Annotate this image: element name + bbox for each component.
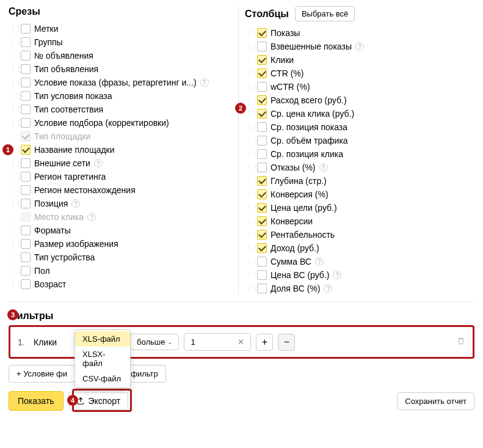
- drag-handle-icon[interactable]: ⋮⋮: [246, 218, 253, 226]
- clear-icon[interactable]: ✕: [236, 337, 245, 347]
- drag-handle-icon[interactable]: ⋮⋮: [246, 164, 253, 172]
- checkbox[interactable]: [21, 51, 31, 61]
- drag-handle-icon[interactable]: ⋮⋮: [246, 191, 253, 199]
- checkbox[interactable]: [257, 149, 267, 159]
- drag-handle-icon[interactable]: ⋮⋮: [246, 258, 253, 266]
- help-icon[interactable]: ?: [87, 213, 96, 221]
- filter-operator-select[interactable]: больше ⌄: [130, 334, 179, 350]
- help-icon[interactable]: ?: [355, 42, 364, 51]
- drag-handle-icon[interactable]: ⋮⋮: [246, 70, 253, 78]
- checkbox[interactable]: [21, 91, 31, 101]
- checkbox[interactable]: [21, 145, 31, 155]
- drag-handle-icon[interactable]: ⋮⋮: [246, 29, 253, 37]
- checkbox[interactable]: [257, 203, 267, 213]
- columns-title: Столбцы: [245, 9, 289, 20]
- drag-handle-icon[interactable]: ⋮⋮: [10, 39, 17, 46]
- checkbox[interactable]: [257, 243, 267, 253]
- drag-handle-icon[interactable]: ⋮⋮: [10, 186, 17, 194]
- checkbox[interactable]: [21, 172, 31, 182]
- checkbox[interactable]: [21, 266, 31, 276]
- drag-handle-icon[interactable]: ⋮⋮: [246, 231, 253, 239]
- checkbox[interactable]: [257, 176, 267, 186]
- filter-delete-button[interactable]: [457, 337, 465, 347]
- help-icon[interactable]: ?: [71, 199, 80, 208]
- checkbox[interactable]: [21, 64, 31, 74]
- checkbox[interactable]: [257, 109, 267, 119]
- drag-handle-icon[interactable]: ⋮⋮: [246, 177, 253, 185]
- save-report-button[interactable]: Сохранить отчет: [397, 392, 474, 410]
- checkbox[interactable]: [21, 37, 31, 47]
- checkbox[interactable]: [257, 230, 267, 240]
- checkbox[interactable]: [21, 226, 31, 235]
- drag-handle-icon[interactable]: ⋮⋮: [246, 204, 253, 212]
- checkbox[interactable]: [257, 42, 267, 51]
- export-menu-item[interactable]: CSV-файл: [75, 371, 130, 386]
- checkbox[interactable]: [21, 24, 31, 34]
- filter-remove-button[interactable]: −: [278, 334, 295, 351]
- add-filter-condition-button[interactable]: + Условие фи: [9, 365, 75, 383]
- checkbox[interactable]: [257, 95, 267, 105]
- checkbox[interactable]: [257, 68, 267, 78]
- drag-handle-icon[interactable]: ⋮⋮: [10, 160, 17, 167]
- export-menu-item[interactable]: XLS-файл: [75, 331, 130, 347]
- filter-add-button[interactable]: +: [256, 334, 273, 351]
- checkbox[interactable]: [21, 78, 31, 87]
- drag-handle-icon[interactable]: ⋮⋮: [10, 254, 17, 262]
- drag-handle-icon[interactable]: ⋮⋮: [10, 227, 17, 235]
- checkbox[interactable]: [21, 279, 31, 289]
- drag-handle-icon[interactable]: ⋮⋮: [10, 119, 17, 127]
- checkbox[interactable]: [21, 118, 31, 128]
- drag-handle-icon[interactable]: ⋮⋮: [10, 173, 17, 181]
- checkbox[interactable]: [21, 105, 31, 114]
- checkbox[interactable]: [257, 163, 267, 172]
- help-icon[interactable]: ?: [333, 271, 341, 279]
- drag-handle-icon[interactable]: ⋮⋮: [10, 267, 17, 275]
- drag-handle-icon[interactable]: ⋮⋮: [10, 240, 17, 248]
- checkbox[interactable]: [21, 185, 31, 195]
- drag-handle-icon[interactable]: ⋮⋮: [10, 281, 17, 288]
- drag-handle-icon[interactable]: ⋮⋮: [246, 110, 253, 118]
- drag-handle-icon[interactable]: ⋮⋮: [10, 25, 17, 33]
- checkbox[interactable]: [257, 55, 267, 65]
- checkbox[interactable]: [257, 122, 267, 132]
- drag-handle-icon[interactable]: ⋮⋮: [246, 43, 253, 51]
- drag-handle-icon[interactable]: ⋮⋮: [10, 79, 17, 87]
- checkbox[interactable]: [257, 136, 267, 145]
- drag-handle-icon[interactable]: ⋮⋮: [246, 97, 253, 105]
- select-all-button[interactable]: Выбрать всё: [295, 6, 355, 21]
- help-icon[interactable]: ?: [319, 163, 328, 172]
- drag-handle-icon[interactable]: ⋮⋮: [10, 213, 17, 221]
- drag-handle-icon[interactable]: ⋮⋮: [10, 200, 17, 208]
- checkbox[interactable]: [21, 199, 31, 208]
- export-menu-item[interactable]: XLSX-файл: [75, 347, 130, 371]
- checkbox[interactable]: [257, 270, 267, 280]
- checkbox[interactable]: [21, 158, 31, 168]
- checkbox[interactable]: [21, 239, 31, 249]
- drag-handle-icon[interactable]: ⋮⋮: [246, 56, 253, 64]
- checkbox[interactable]: [257, 257, 267, 266]
- help-icon[interactable]: ?: [315, 257, 324, 266]
- drag-handle-icon[interactable]: ⋮⋮: [246, 271, 253, 279]
- drag-handle-icon[interactable]: ⋮⋮: [10, 65, 17, 73]
- drag-handle-icon[interactable]: ⋮⋮: [246, 123, 253, 131]
- help-icon[interactable]: ?: [94, 159, 103, 167]
- drag-handle-icon[interactable]: ⋮⋮: [246, 285, 253, 293]
- drag-handle-icon[interactable]: ⋮⋮: [10, 106, 17, 114]
- checkbox[interactable]: [21, 252, 31, 262]
- checkbox[interactable]: [257, 82, 267, 92]
- drag-handle-icon[interactable]: ⋮⋮: [10, 52, 17, 60]
- checkbox[interactable]: [257, 189, 267, 199]
- drag-handle-icon[interactable]: ⋮⋮: [10, 92, 17, 100]
- filter-value-input[interactable]: [189, 337, 236, 347]
- checkbox[interactable]: [257, 216, 267, 226]
- checkbox[interactable]: [257, 284, 267, 293]
- drag-handle-icon[interactable]: ⋮⋮: [246, 244, 253, 252]
- drag-handle-icon[interactable]: ⋮⋮: [246, 137, 253, 145]
- help-icon[interactable]: ?: [200, 78, 209, 87]
- drag-handle-icon[interactable]: ⋮⋮: [10, 133, 17, 141]
- drag-handle-icon[interactable]: ⋮⋮: [246, 83, 253, 91]
- help-icon[interactable]: ?: [324, 284, 332, 293]
- checkbox[interactable]: [257, 28, 267, 38]
- show-button[interactable]: Показать: [9, 391, 64, 411]
- drag-handle-icon[interactable]: ⋮⋮: [246, 150, 253, 158]
